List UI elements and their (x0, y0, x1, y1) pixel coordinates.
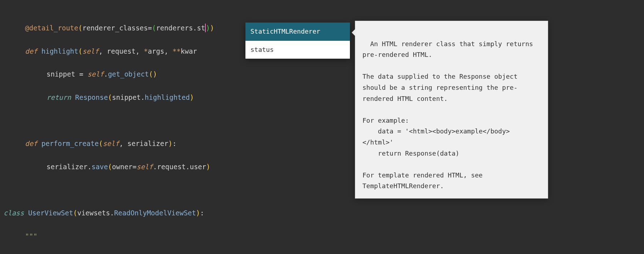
class-name: UserViewSet (28, 209, 73, 217)
attribute: user (190, 163, 206, 171)
return-keyword: return (47, 93, 71, 101)
autocomplete-item[interactable]: status (245, 41, 350, 59)
dot: . (104, 70, 108, 78)
def-keyword: def (25, 47, 37, 55)
autocomplete-item-selected[interactable]: StaticHTMLRenderer (245, 23, 350, 41)
class-ref: Response (75, 93, 108, 101)
comma: , (99, 47, 107, 55)
object-ref: serializer (47, 163, 87, 171)
paren-open: ( (73, 209, 77, 217)
typed-text: st (197, 24, 205, 32)
method-call: get_object (108, 70, 149, 78)
dot: . (186, 163, 190, 171)
base-class: ReadOnlyModelViewSet (114, 209, 196, 217)
code-line[interactable]: """ (4, 230, 640, 242)
paren-close: ) (168, 140, 172, 147)
paren-open: ( (108, 93, 112, 101)
paren-close: ) (206, 163, 210, 171)
paren-close: ) (206, 24, 210, 32)
paren-open: ( (108, 163, 112, 171)
dot: . (87, 163, 91, 171)
comma: , (119, 140, 127, 147)
dot: . (193, 24, 197, 32)
function-name: highlight (42, 47, 78, 55)
paren-open: ( (99, 140, 103, 147)
dot: . (110, 209, 114, 217)
comma: , (136, 47, 144, 55)
equals: = (148, 24, 152, 32)
attribute: request (157, 163, 186, 171)
paren-close: ) (190, 93, 194, 101)
self-param: self (103, 140, 119, 147)
paren-close: ) (196, 209, 200, 217)
paren-close: ) (153, 70, 157, 78)
docstring-quote: """ (25, 232, 37, 240)
param: request (107, 47, 136, 55)
self-ref: self (137, 163, 153, 171)
dot: . (153, 163, 157, 171)
class-keyword: class (4, 209, 24, 217)
autocomplete-popup: StaticHTMLRenderer status (245, 23, 350, 59)
self-param: self (82, 47, 99, 55)
def-keyword: def (25, 140, 37, 147)
self-ref: self (87, 70, 104, 78)
colon: : (200, 209, 204, 217)
equals: = (75, 70, 87, 78)
dot: . (141, 93, 145, 101)
module-name: renderers (156, 24, 193, 32)
paren-open: ( (149, 70, 153, 78)
equals: = (132, 163, 136, 171)
star: * (144, 47, 148, 55)
variable: snippet (47, 70, 75, 78)
param: args (148, 47, 164, 55)
star: ** (172, 47, 181, 55)
paren-close: ) (210, 24, 214, 32)
documentation-text: An HTML renderer class that simply retur… (362, 40, 537, 190)
function-name: perform_create (42, 140, 99, 147)
arg: snippet (112, 93, 141, 101)
comma: , (164, 47, 172, 55)
documentation-panel: An HTML renderer class that simply retur… (355, 21, 548, 199)
param: serializer (127, 140, 168, 147)
paren-open: ( (78, 24, 82, 32)
param: kwar (181, 47, 197, 55)
colon: : (172, 140, 176, 147)
module-name: viewsets (77, 209, 110, 217)
decorator-name: detail_route (29, 24, 78, 32)
decorator-at: @ (25, 24, 29, 32)
kwarg-name: renderer_classes (82, 24, 148, 32)
paren-open: ( (78, 47, 82, 55)
paren-open: ( (152, 24, 156, 32)
kwarg-name: owner (112, 163, 132, 171)
method-call: save (92, 163, 108, 171)
attribute: highlighted (145, 93, 190, 101)
code-line[interactable]: class UserViewSet(viewsets.ReadOnlyModel… (4, 207, 640, 219)
